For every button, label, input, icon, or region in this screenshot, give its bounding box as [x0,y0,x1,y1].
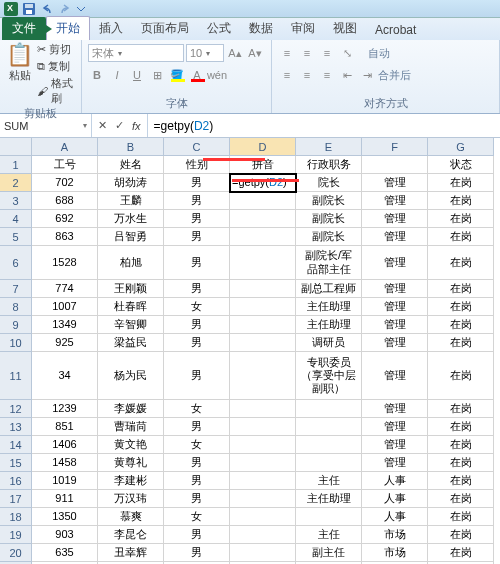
row-header[interactable]: 15 [0,454,32,472]
align-top-button[interactable]: ≡ [278,44,296,62]
paste-button[interactable]: 📋 粘贴 [6,42,33,106]
cell[interactable] [230,544,296,562]
ribbon-tab[interactable]: 插入 [90,17,132,40]
cell[interactable]: 男 [164,228,230,246]
cell[interactable]: 副院长 [296,228,362,246]
cell[interactable]: 男 [164,192,230,210]
cell[interactable]: 管理 [362,210,428,228]
cell[interactable]: 在岗 [428,508,494,526]
cell[interactable]: 梁益民 [98,334,164,352]
font-size-select[interactable]: 10▾ [186,44,224,62]
cell[interactable]: 在岗 [428,454,494,472]
cell[interactable]: 在岗 [428,418,494,436]
row-header[interactable]: 3 [0,192,32,210]
row-header[interactable]: 19 [0,526,32,544]
column-header[interactable]: A [32,138,98,156]
ribbon-tab[interactable]: 公式 [198,17,240,40]
cell[interactable] [230,246,296,280]
select-all-corner[interactable] [0,138,32,156]
cell[interactable]: 管理 [362,352,428,400]
formula-input[interactable]: =getpy(D2) [148,114,500,137]
cell[interactable]: 吕智勇 [98,228,164,246]
cell[interactable]: =getpy(D2) [230,174,296,192]
cell[interactable]: 女 [164,298,230,316]
cell[interactable]: 黄文艳 [98,436,164,454]
cell[interactable]: 人事 [362,472,428,490]
undo-icon[interactable] [40,2,54,16]
underline-button[interactable]: U [128,66,146,84]
row-header[interactable]: 17 [0,490,32,508]
cell[interactable]: 管理 [362,246,428,280]
cell[interactable] [230,400,296,418]
cell[interactable] [230,316,296,334]
cell[interactable] [230,298,296,316]
cell[interactable] [230,280,296,298]
cell[interactable]: 管理 [362,316,428,334]
cut-button[interactable]: ✂剪切 [37,42,75,57]
cell[interactable]: 在岗 [428,526,494,544]
row-header[interactable]: 12 [0,400,32,418]
cell[interactable] [230,454,296,472]
fill-color-button[interactable]: 🪣 [168,66,186,84]
row-header[interactable]: 4 [0,210,32,228]
cell[interactable]: 男 [164,490,230,508]
copy-button[interactable]: ⧉复制 [37,59,75,74]
font-color-button[interactable]: A [188,66,206,84]
row-header[interactable]: 7 [0,280,32,298]
cell[interactable]: 1019 [32,472,98,490]
cell[interactable]: 男 [164,174,230,192]
increase-indent-button[interactable]: ⇥ [358,66,376,84]
cell[interactable]: 管理 [362,334,428,352]
cell[interactable]: 男 [164,246,230,280]
cell[interactable]: 丑幸辉 [98,544,164,562]
row-header[interactable]: 16 [0,472,32,490]
enter-formula-button[interactable]: ✓ [115,119,124,132]
cell[interactable]: 万汉玮 [98,490,164,508]
cell[interactable]: 管理 [362,174,428,192]
cell[interactable]: 在岗 [428,316,494,334]
cell[interactable]: 主任 [296,472,362,490]
cell[interactable]: 女 [164,436,230,454]
cell[interactable]: 副院长/军 品部主任 [296,246,362,280]
row-header[interactable]: 14 [0,436,32,454]
bold-button[interactable]: B [88,66,106,84]
cell[interactable]: 911 [32,490,98,508]
decrease-font-button[interactable]: A▾ [246,44,264,62]
row-header[interactable]: 5 [0,228,32,246]
cell[interactable]: 男 [164,316,230,334]
cell[interactable]: 人事 [362,490,428,508]
cell[interactable]: 专职委员 （享受中层 副职） [296,352,362,400]
cell[interactable] [230,334,296,352]
column-header[interactable]: B [98,138,164,156]
column-header[interactable]: E [296,138,362,156]
cell[interactable]: 635 [32,544,98,562]
qat-customize-dropdown[interactable] [76,2,90,16]
cell[interactable]: 市场 [362,544,428,562]
merge-center-button[interactable]: 合并后 [378,68,411,83]
column-header[interactable]: D [230,138,296,156]
cell[interactable]: 在岗 [428,228,494,246]
align-center-button[interactable]: ≡ [298,66,316,84]
ribbon-tab[interactable]: Acrobat [366,20,425,40]
cell[interactable] [296,454,362,472]
cell[interactable]: 市场 [362,526,428,544]
cell[interactable]: 李昆仑 [98,526,164,544]
cell[interactable]: 男 [164,472,230,490]
cell[interactable] [230,472,296,490]
border-button[interactable]: ⊞ [148,66,166,84]
cell[interactable]: 男 [164,526,230,544]
ribbon-tab[interactable]: 数据 [240,17,282,40]
cell[interactable]: 1007 [32,298,98,316]
cell[interactable]: 胡劲涛 [98,174,164,192]
cell[interactable]: 女 [164,400,230,418]
cell[interactable]: 925 [32,334,98,352]
cell[interactable]: 在岗 [428,334,494,352]
row-header[interactable]: 6 [0,246,32,280]
cell[interactable]: 副院长 [296,192,362,210]
cell[interactable]: 杜春晖 [98,298,164,316]
cell[interactable]: 1406 [32,436,98,454]
cell[interactable]: 男 [164,418,230,436]
cell[interactable] [362,156,428,174]
cell[interactable]: 在岗 [428,298,494,316]
cell[interactable] [230,228,296,246]
